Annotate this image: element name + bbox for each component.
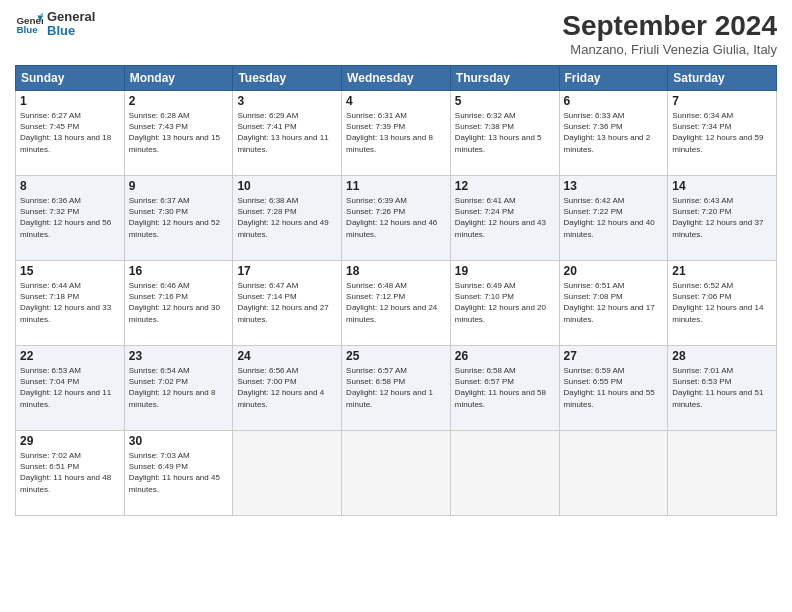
day-info-26: Sunrise: 6:58 AM Sunset: 6:57 PM Dayligh… xyxy=(455,365,555,410)
day-cell-25: 25 Sunrise: 6:57 AM Sunset: 6:58 PM Dayl… xyxy=(342,346,451,431)
week-row-5: 29 Sunrise: 7:02 AM Sunset: 6:51 PM Dayl… xyxy=(16,431,777,516)
day-info-9: Sunrise: 6:37 AM Sunset: 7:30 PM Dayligh… xyxy=(129,195,229,240)
day-cell-20: 20 Sunrise: 6:51 AM Sunset: 7:08 PM Dayl… xyxy=(559,261,668,346)
day-cell-9: 9 Sunrise: 6:37 AM Sunset: 7:30 PM Dayli… xyxy=(124,176,233,261)
day-info-23: Sunrise: 6:54 AM Sunset: 7:02 PM Dayligh… xyxy=(129,365,229,410)
col-sunday: Sunday xyxy=(16,66,125,91)
day-number-22: 22 xyxy=(20,349,120,363)
empty-cell xyxy=(559,431,668,516)
day-info-11: Sunrise: 6:39 AM Sunset: 7:26 PM Dayligh… xyxy=(346,195,446,240)
day-info-10: Sunrise: 6:38 AM Sunset: 7:28 PM Dayligh… xyxy=(237,195,337,240)
day-info-25: Sunrise: 6:57 AM Sunset: 6:58 PM Dayligh… xyxy=(346,365,446,410)
day-cell-15: 15 Sunrise: 6:44 AM Sunset: 7:18 PM Dayl… xyxy=(16,261,125,346)
day-cell-27: 27 Sunrise: 6:59 AM Sunset: 6:55 PM Dayl… xyxy=(559,346,668,431)
day-info-18: Sunrise: 6:48 AM Sunset: 7:12 PM Dayligh… xyxy=(346,280,446,325)
day-cell-18: 18 Sunrise: 6:48 AM Sunset: 7:12 PM Dayl… xyxy=(342,261,451,346)
day-info-24: Sunrise: 6:56 AM Sunset: 7:00 PM Dayligh… xyxy=(237,365,337,410)
logo-general-text: General xyxy=(47,10,95,24)
day-cell-30: 30 Sunrise: 7:03 AM Sunset: 6:49 PM Dayl… xyxy=(124,431,233,516)
week-row-2: 8 Sunrise: 6:36 AM Sunset: 7:32 PM Dayli… xyxy=(16,176,777,261)
day-number-6: 6 xyxy=(564,94,664,108)
day-cell-28: 28 Sunrise: 7:01 AM Sunset: 6:53 PM Dayl… xyxy=(668,346,777,431)
day-cell-2: 2 Sunrise: 6:28 AM Sunset: 7:43 PM Dayli… xyxy=(124,91,233,176)
day-info-6: Sunrise: 6:33 AM Sunset: 7:36 PM Dayligh… xyxy=(564,110,664,155)
day-cell-19: 19 Sunrise: 6:49 AM Sunset: 7:10 PM Dayl… xyxy=(450,261,559,346)
day-number-11: 11 xyxy=(346,179,446,193)
col-thursday: Thursday xyxy=(450,66,559,91)
day-cell-26: 26 Sunrise: 6:58 AM Sunset: 6:57 PM Dayl… xyxy=(450,346,559,431)
day-cell-7: 7 Sunrise: 6:34 AM Sunset: 7:34 PM Dayli… xyxy=(668,91,777,176)
day-number-1: 1 xyxy=(20,94,120,108)
title-area: September 2024 Manzano, Friuli Venezia G… xyxy=(562,10,777,57)
empty-cell xyxy=(342,431,451,516)
week-row-1: 1 Sunrise: 6:27 AM Sunset: 7:45 PM Dayli… xyxy=(16,91,777,176)
day-cell-17: 17 Sunrise: 6:47 AM Sunset: 7:14 PM Dayl… xyxy=(233,261,342,346)
logo-text: General Blue xyxy=(47,10,95,39)
day-info-28: Sunrise: 7:01 AM Sunset: 6:53 PM Dayligh… xyxy=(672,365,772,410)
day-info-30: Sunrise: 7:03 AM Sunset: 6:49 PM Dayligh… xyxy=(129,450,229,495)
day-cell-1: 1 Sunrise: 6:27 AM Sunset: 7:45 PM Dayli… xyxy=(16,91,125,176)
day-number-28: 28 xyxy=(672,349,772,363)
day-number-17: 17 xyxy=(237,264,337,278)
day-number-25: 25 xyxy=(346,349,446,363)
day-number-20: 20 xyxy=(564,264,664,278)
day-number-3: 3 xyxy=(237,94,337,108)
day-info-19: Sunrise: 6:49 AM Sunset: 7:10 PM Dayligh… xyxy=(455,280,555,325)
location-subtitle: Manzano, Friuli Venezia Giulia, Italy xyxy=(562,42,777,57)
empty-cell xyxy=(233,431,342,516)
day-number-18: 18 xyxy=(346,264,446,278)
day-info-21: Sunrise: 6:52 AM Sunset: 7:06 PM Dayligh… xyxy=(672,280,772,325)
day-info-16: Sunrise: 6:46 AM Sunset: 7:16 PM Dayligh… xyxy=(129,280,229,325)
calendar-header-row: Sunday Monday Tuesday Wednesday Thursday… xyxy=(16,66,777,91)
day-cell-3: 3 Sunrise: 6:29 AM Sunset: 7:41 PM Dayli… xyxy=(233,91,342,176)
week-row-3: 15 Sunrise: 6:44 AM Sunset: 7:18 PM Dayl… xyxy=(16,261,777,346)
day-info-1: Sunrise: 6:27 AM Sunset: 7:45 PM Dayligh… xyxy=(20,110,120,155)
empty-cell xyxy=(668,431,777,516)
logo-icon: General Blue xyxy=(15,10,43,38)
day-cell-10: 10 Sunrise: 6:38 AM Sunset: 7:28 PM Dayl… xyxy=(233,176,342,261)
day-info-13: Sunrise: 6:42 AM Sunset: 7:22 PM Dayligh… xyxy=(564,195,664,240)
day-number-4: 4 xyxy=(346,94,446,108)
day-number-29: 29 xyxy=(20,434,120,448)
day-cell-13: 13 Sunrise: 6:42 AM Sunset: 7:22 PM Dayl… xyxy=(559,176,668,261)
day-number-2: 2 xyxy=(129,94,229,108)
day-cell-29: 29 Sunrise: 7:02 AM Sunset: 6:51 PM Dayl… xyxy=(16,431,125,516)
day-number-15: 15 xyxy=(20,264,120,278)
day-cell-12: 12 Sunrise: 6:41 AM Sunset: 7:24 PM Dayl… xyxy=(450,176,559,261)
col-wednesday: Wednesday xyxy=(342,66,451,91)
col-friday: Friday xyxy=(559,66,668,91)
day-number-8: 8 xyxy=(20,179,120,193)
day-number-27: 27 xyxy=(564,349,664,363)
day-info-8: Sunrise: 6:36 AM Sunset: 7:32 PM Dayligh… xyxy=(20,195,120,240)
day-number-9: 9 xyxy=(129,179,229,193)
day-info-3: Sunrise: 6:29 AM Sunset: 7:41 PM Dayligh… xyxy=(237,110,337,155)
day-number-14: 14 xyxy=(672,179,772,193)
day-number-5: 5 xyxy=(455,94,555,108)
day-info-2: Sunrise: 6:28 AM Sunset: 7:43 PM Dayligh… xyxy=(129,110,229,155)
day-number-23: 23 xyxy=(129,349,229,363)
day-cell-8: 8 Sunrise: 6:36 AM Sunset: 7:32 PM Dayli… xyxy=(16,176,125,261)
day-cell-14: 14 Sunrise: 6:43 AM Sunset: 7:20 PM Dayl… xyxy=(668,176,777,261)
day-info-7: Sunrise: 6:34 AM Sunset: 7:34 PM Dayligh… xyxy=(672,110,772,155)
svg-text:Blue: Blue xyxy=(16,24,38,35)
day-cell-5: 5 Sunrise: 6:32 AM Sunset: 7:38 PM Dayli… xyxy=(450,91,559,176)
empty-cell xyxy=(450,431,559,516)
month-title: September 2024 xyxy=(562,10,777,42)
week-row-4: 22 Sunrise: 6:53 AM Sunset: 7:04 PM Dayl… xyxy=(16,346,777,431)
day-cell-21: 21 Sunrise: 6:52 AM Sunset: 7:06 PM Dayl… xyxy=(668,261,777,346)
day-number-19: 19 xyxy=(455,264,555,278)
day-cell-11: 11 Sunrise: 6:39 AM Sunset: 7:26 PM Dayl… xyxy=(342,176,451,261)
day-cell-4: 4 Sunrise: 6:31 AM Sunset: 7:39 PM Dayli… xyxy=(342,91,451,176)
day-info-22: Sunrise: 6:53 AM Sunset: 7:04 PM Dayligh… xyxy=(20,365,120,410)
day-number-7: 7 xyxy=(672,94,772,108)
day-number-21: 21 xyxy=(672,264,772,278)
day-cell-22: 22 Sunrise: 6:53 AM Sunset: 7:04 PM Dayl… xyxy=(16,346,125,431)
day-info-4: Sunrise: 6:31 AM Sunset: 7:39 PM Dayligh… xyxy=(346,110,446,155)
day-info-29: Sunrise: 7:02 AM Sunset: 6:51 PM Dayligh… xyxy=(20,450,120,495)
day-number-24: 24 xyxy=(237,349,337,363)
day-cell-6: 6 Sunrise: 6:33 AM Sunset: 7:36 PM Dayli… xyxy=(559,91,668,176)
day-info-12: Sunrise: 6:41 AM Sunset: 7:24 PM Dayligh… xyxy=(455,195,555,240)
day-number-26: 26 xyxy=(455,349,555,363)
day-info-20: Sunrise: 6:51 AM Sunset: 7:08 PM Dayligh… xyxy=(564,280,664,325)
day-number-13: 13 xyxy=(564,179,664,193)
